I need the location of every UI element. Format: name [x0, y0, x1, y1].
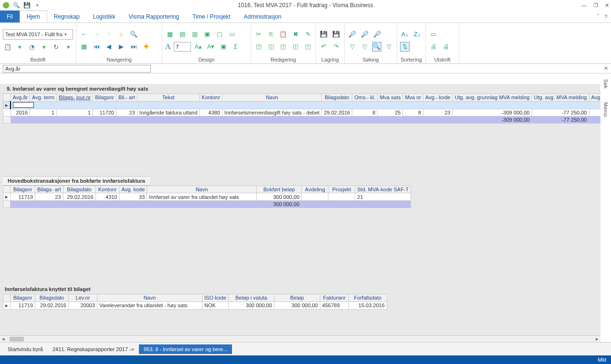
- close-icon[interactable]: ✕: [604, 65, 608, 72]
- scroll-thumb[interactable]: [10, 337, 24, 342]
- col-header[interactable]: Bilagsdato: [322, 94, 352, 102]
- last-icon[interactable]: ⏭: [129, 42, 138, 52]
- col-header[interactable]: Kontonr: [200, 94, 222, 102]
- calendar-icon[interactable]: 📋: [3, 42, 12, 52]
- col-header[interactable]: Bokført beløp: [257, 186, 302, 193]
- cut-icon[interactable]: ✂: [254, 30, 263, 39]
- rb-icon[interactable]: ◫: [303, 42, 313, 52]
- redo-icon[interactable]: ↷: [331, 42, 341, 52]
- layout-icon[interactable]: ▢: [215, 30, 224, 39]
- col-header[interactable]: Navn: [222, 94, 322, 102]
- rb-icon[interactable]: ▾: [64, 42, 74, 52]
- home-icon[interactable]: ⌂: [116, 30, 126, 39]
- col-header[interactable]: Avdeling: [302, 186, 328, 193]
- prev-icon[interactable]: ◀: [104, 42, 114, 52]
- col-header[interactable]: Bil.- art: [116, 94, 137, 102]
- col-header[interactable]: Utg. avg. grunnlag MVA melding: [453, 94, 532, 102]
- sort-asc-icon[interactable]: A↓: [400, 30, 410, 39]
- layout-icon[interactable]: ▦: [165, 30, 175, 39]
- col-header[interactable]: Avg.- kode: [423, 94, 453, 102]
- col-header[interactable]: Fakturanr: [320, 294, 348, 302]
- table-row[interactable]: 2016 1 1 11720 23 Inngående faktura utla…: [3, 109, 601, 116]
- rb-icon[interactable]: ▾: [15, 42, 25, 52]
- grid-hovedbok[interactable]: Bilagsnr Bilags- art Bilagsdato Kontonr …: [3, 186, 411, 208]
- address-cell[interactable]: Avg.år: [3, 65, 151, 73]
- col-header[interactable]: Tekst: [137, 94, 200, 102]
- up-icon[interactable]: ↑: [104, 30, 114, 39]
- horizontal-scrollbar[interactable]: ◂ ▸: [0, 335, 600, 342]
- breadcrumb-item[interactable]: 2411. Regnskapsrapporter 2017 ->: [48, 344, 139, 354]
- table-row[interactable]: ▸ 11719 29.02.2016 20003 Vareleverandør …: [3, 302, 387, 309]
- filter-icon[interactable]: ▽: [348, 42, 357, 52]
- print-preview-icon[interactable]: ▭: [429, 30, 438, 39]
- sidetab-search[interactable]: Søk: [603, 79, 609, 89]
- tab-visma-rapportering[interactable]: Visma Rapportering: [122, 10, 186, 22]
- font-shrink-icon[interactable]: A▾: [206, 42, 216, 52]
- undo-icon[interactable]: ↶: [319, 42, 328, 52]
- save-icon[interactable]: 💾: [319, 30, 328, 39]
- breadcrumb-item-active[interactable]: 953. 9 - Innførsel av varer og bere...: [139, 344, 232, 354]
- tab-file[interactable]: Fil: [0, 10, 20, 22]
- col-header[interactable]: Navn: [97, 294, 202, 302]
- col-header[interactable]: Oms.- kl.: [352, 94, 378, 102]
- restore-button[interactable]: ❐: [593, 2, 598, 9]
- table-icon[interactable]: ▦: [79, 42, 89, 52]
- scroll-right-icon[interactable]: ▸: [594, 336, 600, 342]
- sort-desc-icon[interactable]: Z↓: [412, 30, 422, 39]
- rb-icon[interactable]: ◫: [279, 42, 288, 52]
- scroll-left-icon[interactable]: ◂: [0, 336, 7, 342]
- search-icon[interactable]: 🔍: [12, 1, 20, 9]
- tab-regnskap[interactable]: Regnskap: [47, 10, 86, 22]
- print-icon[interactable]: 🖨: [441, 42, 451, 52]
- col-header[interactable]: Lev.nr: [69, 294, 97, 302]
- qat-dropdown-icon[interactable]: ▾: [33, 1, 41, 9]
- col-header[interactable]: Kontonr: [95, 186, 119, 193]
- layout-icon[interactable]: ▤: [178, 30, 187, 39]
- col-header[interactable]: Bilags- jour.nr: [56, 94, 93, 102]
- zoom-icon[interactable]: 🔍: [129, 30, 138, 39]
- save-all-icon[interactable]: 💾: [331, 30, 341, 39]
- find-icon[interactable]: 🔎: [348, 30, 357, 39]
- tab-hjem[interactable]: Hjem: [20, 10, 47, 22]
- tab-administrasjon[interactable]: Administrasjon: [237, 10, 288, 22]
- font-grow-icon[interactable]: A▴: [194, 42, 203, 52]
- pie-icon[interactable]: ◔: [27, 42, 37, 52]
- first-icon[interactable]: ⏮: [92, 42, 101, 52]
- col-header[interactable]: Avg. kode: [119, 186, 147, 193]
- help-icon[interactable]: ?: [604, 14, 607, 20]
- col-header[interactable]: Beløp: [274, 294, 320, 302]
- sidetab-memo[interactable]: Memo: [603, 102, 609, 117]
- table-row[interactable]: ▸ 11719 23 29.02.2016 4310 33 Innførsel …: [3, 193, 411, 201]
- save-icon[interactable]: 💾: [23, 1, 31, 9]
- rb-icon[interactable]: ▾: [40, 42, 49, 52]
- sort-icon[interactable]: ⇅: [400, 42, 410, 52]
- col-header[interactable]: Mva sats: [378, 94, 403, 102]
- col-header[interactable]: Avgifts- oppg.nr: [589, 94, 600, 102]
- delete-icon[interactable]: ✖: [291, 30, 300, 39]
- layout-icon[interactable]: ▣: [202, 30, 212, 39]
- copy-icon[interactable]: ⎘: [266, 30, 276, 39]
- print-icon[interactable]: 🖨: [429, 42, 438, 52]
- col-header[interactable]: Bilagsdato: [35, 294, 69, 302]
- paste-icon[interactable]: 📋: [279, 30, 288, 39]
- refresh-icon[interactable]: ↻: [52, 42, 61, 52]
- layout-icon[interactable]: ▭: [227, 30, 237, 39]
- edit-icon[interactable]: ✎: [303, 30, 313, 39]
- col-header[interactable]: Avg. term: [30, 94, 57, 102]
- col-header[interactable]: Std. MVA-kode SAF-T: [355, 186, 411, 193]
- find-icon[interactable]: 🔎: [360, 30, 369, 39]
- forward-icon[interactable]: →: [92, 30, 101, 39]
- col-header[interactable]: Mva nr: [403, 94, 423, 102]
- collapse-ribbon-icon[interactable]: ˄: [597, 13, 600, 20]
- layout-icon[interactable]: ▥: [190, 30, 200, 39]
- grid-innforselsfaktura[interactable]: Bilagsnr Bilagsdato Lev.nr Navn ISO kode…: [3, 294, 387, 310]
- color-icon[interactable]: ▣: [219, 42, 228, 52]
- grid-innforsel[interactable]: Avg.år Avg. term Bilags- jour.nr Bilagsn…: [3, 94, 600, 124]
- col-header[interactable]: Prosjekt: [328, 186, 355, 193]
- company-combo[interactable]: Test MVA 2017 - Fullt fra ▾: [3, 29, 73, 40]
- col-header[interactable]: Bilagsdato: [63, 186, 95, 193]
- col-header[interactable]: Utg. avg. MVA melding: [532, 94, 589, 102]
- back-icon[interactable]: ←: [79, 30, 89, 39]
- close-button[interactable]: ✕: [605, 2, 609, 9]
- sum-icon[interactable]: Σ: [231, 42, 241, 52]
